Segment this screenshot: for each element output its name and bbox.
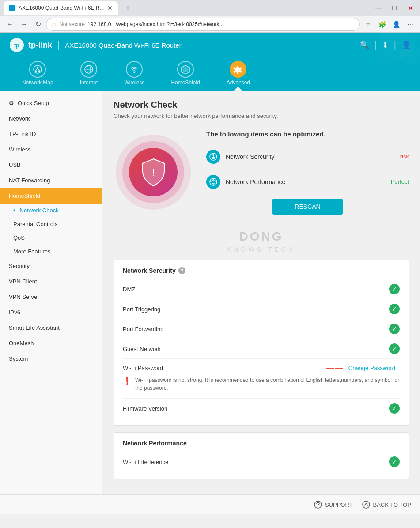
svg-point-24 bbox=[213, 179, 214, 180]
tab-internet-label: Internet bbox=[80, 79, 98, 86]
tab-advanced-label: Advanced bbox=[227, 79, 250, 86]
tab-internet[interactable]: Internet bbox=[67, 57, 111, 91]
sidebar-item-more-features[interactable]: More Features bbox=[0, 245, 102, 258]
tab-advanced[interactable]: Advanced bbox=[213, 57, 263, 91]
sidebar-label-quick-setup: Quick Setup bbox=[18, 100, 49, 106]
extensions-button[interactable]: 🧩 bbox=[376, 18, 388, 30]
warning-icon: ❗ bbox=[123, 377, 132, 385]
tab-wireless-label: Wireless bbox=[124, 79, 144, 86]
shield-rings: ! bbox=[116, 130, 191, 214]
sidebar-item-vpn-server[interactable]: VPN Server bbox=[0, 289, 102, 305]
svg-point-18 bbox=[212, 154, 214, 156]
firmware-version-status-icon: ✓ bbox=[389, 403, 400, 414]
sidebar-label-smart-life-assistant: Smart Life Assistant bbox=[9, 324, 60, 331]
svg-point-29 bbox=[318, 506, 318, 507]
port-triggering-status-icon: ✓ bbox=[389, 304, 400, 314]
sidebar-label-onemesh: OneMesh bbox=[9, 340, 34, 347]
tab-homeshield[interactable]: HomeShield bbox=[158, 57, 213, 91]
sidebar-item-smart-life-assistant[interactable]: Smart Life Assistant bbox=[0, 320, 102, 336]
device-name: AXE16000 Quad-Band Wi-Fi 6E Router bbox=[65, 41, 181, 49]
card-row-port-triggering: Port Triggering ✓ bbox=[123, 299, 400, 319]
dmz-status-icon: ✓ bbox=[389, 284, 400, 294]
bookmark-button[interactable]: ☆ bbox=[362, 18, 374, 30]
address-bar[interactable]: ⚠ Not secure 192.168.0.1/webpages/index.… bbox=[46, 18, 360, 31]
sidebar-item-tplink-id[interactable]: TP-Link ID bbox=[0, 126, 102, 142]
sidebar-label-qos: QoS bbox=[13, 234, 25, 241]
card-row-dmz: DMZ ✓ bbox=[123, 279, 400, 299]
wifi-password-warning: ❗ Wi-Fi password is not strong. It is re… bbox=[123, 373, 400, 394]
network-map-icon bbox=[29, 61, 46, 78]
sidebar-item-network[interactable]: Network bbox=[0, 111, 102, 126]
port-triggering-label: Port Triggering bbox=[123, 306, 389, 313]
sidebar-label-tplink-id: TP-Link ID bbox=[9, 131, 36, 137]
wifi-interference-label: Wi-Fi Interference bbox=[123, 459, 389, 465]
sidebar-item-nat-forwarding[interactable]: NAT Forwarding bbox=[0, 173, 102, 188]
back-to-top-button[interactable]: BACK TO TOP bbox=[362, 500, 411, 509]
svg-point-6 bbox=[37, 67, 38, 68]
new-tab-button[interactable]: + bbox=[121, 2, 134, 14]
sidebar-item-onemesh[interactable]: OneMesh bbox=[0, 336, 102, 351]
back-to-top-label: BACK TO TOP bbox=[373, 502, 411, 508]
security-check-icon bbox=[206, 150, 220, 164]
sidebar-item-network-check[interactable]: Network Check bbox=[0, 204, 102, 217]
card-row-wifi-password: Wi-Fi Password —— Change Password ❗ Wi-F… bbox=[123, 359, 400, 399]
sidebar-item-ipv6[interactable]: IPv6 bbox=[0, 305, 102, 320]
password-dots: —— bbox=[326, 363, 344, 373]
port-forwarding-label: Port Forwarding bbox=[123, 326, 389, 332]
tab-close-button[interactable]: ✕ bbox=[107, 5, 113, 11]
nav-tabs: Network Map Internet Wireless HomeShield… bbox=[0, 57, 420, 91]
back-button[interactable]: ← bbox=[4, 18, 16, 30]
close-button[interactable]: ✕ bbox=[404, 2, 416, 14]
performance-card-title-text: Network Performance bbox=[123, 440, 187, 447]
rescan-button[interactable]: RESCAN bbox=[272, 199, 342, 215]
sidebar-item-wireless[interactable]: Wireless bbox=[0, 142, 102, 157]
sidebar-item-security[interactable]: Security bbox=[0, 258, 102, 274]
change-password-link[interactable]: Change Password bbox=[348, 365, 395, 371]
tab-wireless[interactable]: Wireless bbox=[111, 57, 158, 91]
security-card-title: Network Sercurity ? bbox=[123, 267, 400, 274]
tab-network-map[interactable]: Network Map bbox=[9, 57, 67, 91]
wifi-interference-status-icon: ✓ bbox=[389, 456, 400, 467]
sidebar-label-network-check: Network Check bbox=[20, 207, 59, 214]
svg-point-26 bbox=[213, 184, 214, 185]
browser-chrome: AXE16000 Quad-Band Wi-Fi 6E R... ✕ + — □… bbox=[0, 0, 420, 33]
forward-button[interactable]: → bbox=[18, 18, 30, 30]
sidebar-label-wireless: Wireless bbox=[9, 146, 31, 153]
sidebar-label-vpn-client: VPN Client bbox=[9, 278, 37, 285]
not-secure-label: Not secure bbox=[59, 21, 85, 27]
port-forwarding-status-icon: ✓ bbox=[389, 324, 400, 334]
tab-network-map-label: Network Map bbox=[22, 79, 53, 86]
svg-text:!: ! bbox=[152, 167, 155, 178]
tplink-header-top: tp tp-link | AXE16000 Quad-Band Wi-Fi 6E… bbox=[0, 33, 420, 57]
minimize-button[interactable]: — bbox=[372, 2, 385, 14]
main-layout: ⚙ Quick Setup Network TP-Link ID Wireles… bbox=[0, 91, 420, 494]
firmware-version-label: Firmware Version bbox=[123, 405, 389, 412]
logo-text: tp-link bbox=[28, 41, 52, 50]
sidebar-item-qos[interactable]: QoS bbox=[0, 231, 102, 245]
more-button[interactable]: ⋯ bbox=[404, 18, 416, 30]
maximize-button[interactable]: □ bbox=[388, 2, 401, 14]
sidebar-item-homeshield[interactable]: HomeShield bbox=[0, 188, 102, 204]
security-check-status: 1 risk bbox=[395, 153, 409, 160]
sidebar-item-vpn-client[interactable]: VPN Client bbox=[0, 274, 102, 289]
support-button[interactable]: SUPPORT bbox=[314, 500, 353, 509]
sidebar-item-usb[interactable]: USB bbox=[0, 157, 102, 173]
support-label: SUPPORT bbox=[325, 502, 353, 508]
card-row-guest-network: Guest Network ✓ bbox=[123, 339, 400, 359]
sidebar-label-vpn-server: VPN Server bbox=[9, 294, 39, 300]
refresh-button[interactable]: ↻ bbox=[32, 18, 44, 30]
watermark-line1: DONG bbox=[114, 225, 409, 246]
sidebar-item-quick-setup[interactable]: ⚙ Quick Setup bbox=[0, 95, 102, 111]
security-check-label: Network Sercurity bbox=[226, 153, 390, 160]
svg-point-7 bbox=[35, 70, 37, 72]
wifi-warning-text: Wi-Fi password is not strong. It is reco… bbox=[135, 376, 400, 392]
guest-network-label: Guest Network bbox=[123, 346, 389, 352]
sidebar-item-system[interactable]: System bbox=[0, 351, 102, 366]
ring-inner: ! bbox=[129, 148, 178, 196]
browser-tab[interactable]: AXE16000 Quad-Band Wi-Fi 6E R... ✕ bbox=[4, 1, 118, 15]
profile-button[interactable]: 👤 bbox=[390, 18, 402, 30]
header-divider: | bbox=[57, 40, 60, 50]
sidebar-item-parental-controls[interactable]: Parental Controls bbox=[0, 217, 102, 231]
browser-titlebar: AXE16000 Quad-Band Wi-Fi 6E R... ✕ + — □… bbox=[0, 0, 420, 16]
security-help-icon[interactable]: ? bbox=[178, 267, 185, 274]
